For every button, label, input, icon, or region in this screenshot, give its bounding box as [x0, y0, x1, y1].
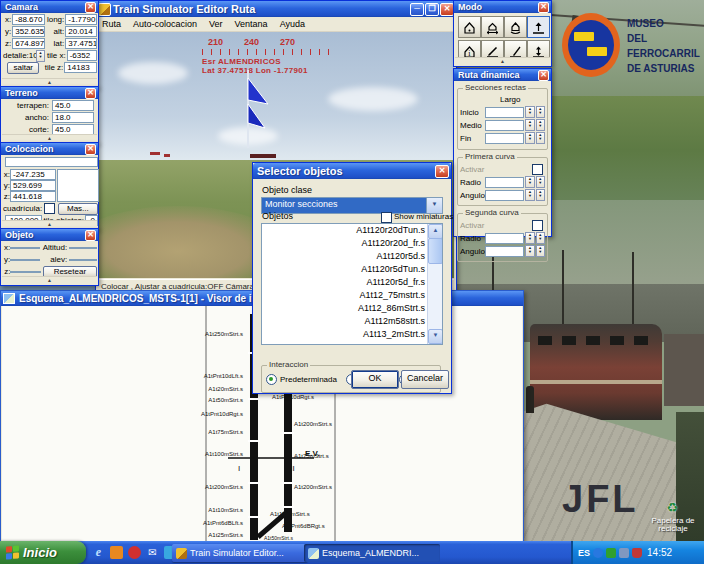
- ruta-dinamica-close-icon[interactable]: ✕: [538, 70, 549, 81]
- recycle-bin-icon[interactable]: ♻: [664, 500, 680, 516]
- red-app-icon[interactable]: [128, 546, 141, 559]
- modo-titlebar[interactable]: Modo ✕: [454, 1, 551, 13]
- segunda-angulo-spinner-up[interactable]: ▲▼: [525, 245, 534, 257]
- camara-z-field[interactable]: 674.897: [12, 38, 45, 49]
- cancelar-button[interactable]: Cancelar: [401, 370, 449, 389]
- list-item[interactable]: A1t12m58strt.s: [262, 315, 428, 328]
- colocacion-name-field[interactable]: [5, 157, 98, 167]
- modo-move-button[interactable]: [481, 16, 504, 38]
- selector-titlebar[interactable]: Selector objetos ✕: [253, 163, 451, 179]
- colocacion-y-field[interactable]: 529.699: [10, 180, 56, 191]
- fin-spinner-up[interactable]: ▲▼: [525, 132, 534, 144]
- menu-ventana[interactable]: Ventana: [229, 19, 274, 29]
- cuadricula-checkbox[interactable]: [44, 203, 55, 214]
- modo-collapse-handle[interactable]: ▲: [455, 57, 550, 65]
- camara-x-field[interactable]: -88.670: [12, 14, 45, 25]
- list-item[interactable]: A1t120r20d_fr.s: [262, 237, 428, 250]
- ok-button[interactable]: OK: [351, 370, 399, 389]
- segunda-radio-spinner-down[interactable]: ▲▼: [536, 232, 545, 244]
- list-item[interactable]: A1t120r5d_fr.s: [262, 276, 428, 289]
- segunda-radio-spinner-up[interactable]: ▲▼: [525, 232, 534, 244]
- scroll-down-icon[interactable]: ▼: [428, 329, 443, 344]
- camara-long-field[interactable]: -1.77901: [65, 14, 97, 25]
- orange-app-icon[interactable]: [110, 546, 123, 559]
- editor-titlebar[interactable]: Train Simulator Editor Ruta ─ ❐ ✕: [96, 1, 456, 17]
- colocacion-z-field[interactable]: 441.618: [10, 191, 56, 202]
- colocacion-titlebar[interactable]: Colocacion ✕: [1, 143, 98, 155]
- objeto-z-field[interactable]: [10, 271, 40, 273]
- modo-close-icon[interactable]: ✕: [538, 2, 549, 13]
- modo-raise-button[interactable]: [527, 16, 550, 38]
- menu-ruta[interactable]: Ruta: [96, 19, 127, 29]
- colocacion-x-field[interactable]: -247.235: [10, 169, 56, 180]
- saltar-button[interactable]: saltar: [7, 62, 39, 74]
- inicio-spinner-up[interactable]: ▲▼: [525, 106, 534, 118]
- terreno-titlebar[interactable]: Terreno ✕: [1, 87, 98, 99]
- menu-auto-colocacion[interactable]: Auto-colocacion: [127, 19, 203, 29]
- camara-lat-field[interactable]: 37.47518: [65, 38, 97, 49]
- camara-alt-field[interactable]: 20.014: [65, 26, 97, 37]
- medio-spinner-up[interactable]: ▲▼: [525, 119, 534, 131]
- selector-close-icon[interactable]: ✕: [435, 165, 449, 178]
- modo-place-button[interactable]: [458, 16, 481, 38]
- tray-network-icon[interactable]: [619, 548, 629, 558]
- detalle-spinner[interactable]: ▲▼: [36, 50, 45, 62]
- camara-collapse-handle[interactable]: ▲: [2, 78, 97, 86]
- objeto-y-field[interactable]: [10, 259, 40, 261]
- segunda-activar-checkbox[interactable]: [532, 220, 543, 231]
- show-miniaturas-checkbox[interactable]: [381, 212, 392, 223]
- camara-titlebar[interactable]: Camara ✕: [1, 1, 98, 13]
- altitud-field[interactable]: [69, 247, 97, 249]
- segunda-radio-field[interactable]: [485, 233, 524, 244]
- objeto-x-field[interactable]: [10, 247, 40, 249]
- scroll-up-icon[interactable]: ▲: [428, 224, 443, 239]
- predeterminada-radio[interactable]: [266, 374, 277, 385]
- list-item[interactable]: A1t13_2mStrt.s: [262, 328, 428, 341]
- start-button[interactable]: Inicio: [0, 541, 86, 564]
- primera-radio-spinner-down[interactable]: ▲▼: [536, 176, 545, 188]
- terreno-collapse-handle[interactable]: ▲: [2, 134, 97, 142]
- objeto-collapse-handle[interactable]: ▲: [2, 276, 97, 284]
- segunda-angulo-field[interactable]: [485, 246, 524, 257]
- menu-ayuda[interactable]: Ayuda: [274, 19, 311, 29]
- recycle-bin-label[interactable]: Papelera de reciclaje: [642, 517, 704, 533]
- task-train-simulator[interactable]: Train Simulator Editor...: [172, 544, 308, 562]
- fin-spinner-down[interactable]: ▲▼: [536, 132, 545, 144]
- fin-field[interactable]: [485, 133, 524, 144]
- colocacion-list-box[interactable]: [57, 169, 99, 202]
- objeto-close-icon[interactable]: ✕: [85, 230, 96, 241]
- inicio-field[interactable]: [485, 107, 524, 118]
- segunda-angulo-spinner-down[interactable]: ▲▼: [536, 245, 545, 257]
- list-item[interactable]: A1t120r20dTun.s: [262, 224, 428, 237]
- mail-icon[interactable]: ✉: [146, 546, 159, 559]
- ancho-field[interactable]: 18.0: [52, 112, 94, 123]
- primera-angulo-spinner-up[interactable]: ▲▼: [525, 189, 534, 201]
- tray-security-shield-icon[interactable]: [632, 548, 642, 558]
- ruta-dinamica-titlebar[interactable]: Ruta dinamica ✕: [454, 69, 551, 81]
- primera-radio-field[interactable]: [485, 177, 524, 188]
- menu-ver[interactable]: Ver: [203, 19, 229, 29]
- primera-angulo-spinner-down[interactable]: ▲▼: [536, 189, 545, 201]
- list-item[interactable]: A1t120r5dTun.s: [262, 263, 428, 276]
- tray-green-app-icon[interactable]: [606, 548, 616, 558]
- minimize-button[interactable]: ─: [410, 3, 424, 16]
- list-item[interactable]: A1t12_75mstrt.s: [262, 289, 428, 302]
- colocacion-close-icon[interactable]: ✕: [85, 144, 96, 155]
- colocacion-collapse-handle[interactable]: ▲: [2, 220, 97, 228]
- inicio-spinner-down[interactable]: ▲▼: [536, 106, 545, 118]
- camara-y-field[interactable]: 352.635: [12, 26, 45, 37]
- primera-angulo-field[interactable]: [485, 190, 524, 201]
- primera-activar-checkbox[interactable]: [532, 164, 543, 175]
- camara-close-icon[interactable]: ✕: [85, 2, 96, 13]
- camara-tilez-field[interactable]: 14183: [64, 62, 97, 73]
- alev-field[interactable]: [69, 259, 97, 261]
- list-item[interactable]: A1t120r5d.s: [262, 250, 428, 263]
- internet-explorer-icon[interactable]: e: [92, 546, 105, 559]
- primera-radio-spinner-up[interactable]: ▲▼: [525, 176, 534, 188]
- objetos-listbox[interactable]: A1t120r20dTun.s A1t120r20d_fr.s A1t120r5…: [261, 223, 443, 345]
- terreno-close-icon[interactable]: ✕: [85, 88, 96, 99]
- tray-messenger-icon[interactable]: [593, 548, 603, 558]
- medio-field[interactable]: [485, 120, 524, 131]
- list-item[interactable]: A1t12_86mStrt.s: [262, 302, 428, 315]
- scroll-thumb[interactable]: [428, 238, 443, 264]
